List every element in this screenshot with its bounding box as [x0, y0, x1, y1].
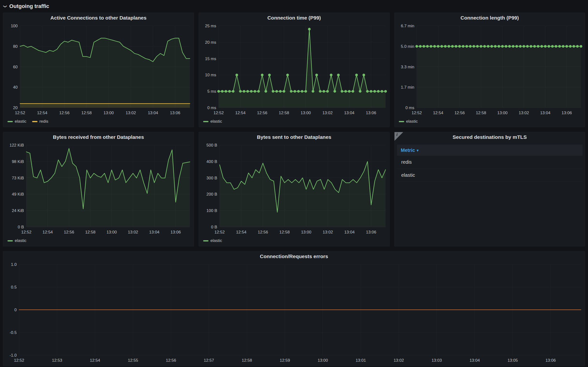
x-tick-label: 12:55: [128, 358, 138, 363]
legend-label: elastic: [210, 238, 222, 243]
caret-down-icon: ▾: [417, 149, 419, 152]
chart-bytes-received[interactable]: 12:5212:5412:5612:5813:0013:0213:0413:06…: [3, 142, 194, 238]
x-tick-label: 13:02: [393, 358, 404, 363]
x-tick-label: 13:00: [497, 111, 508, 115]
x-tick-label: 12:58: [476, 111, 486, 115]
point-marker: [247, 90, 249, 93]
point-marker: [519, 45, 521, 48]
y-tick-label: -1.0: [10, 353, 17, 358]
y-tick-label: 5.0 min: [401, 44, 414, 49]
point-marker: [228, 90, 231, 93]
point-marker: [526, 45, 529, 48]
x-tick-label: 13:00: [103, 111, 114, 115]
legend: elastic: [3, 238, 194, 246]
point-marker: [430, 45, 432, 48]
y-tick-label: 0: [15, 308, 17, 312]
point-marker: [455, 45, 457, 48]
point-marker: [469, 45, 472, 48]
point-marker: [444, 45, 447, 48]
point-marker: [522, 45, 525, 48]
x-tick-label: 13:06: [366, 111, 376, 115]
chart-connection-time[interactable]: 12:5212:5412:5612:5813:0013:0213:0413:06…: [199, 23, 389, 118]
panel-title[interactable]: Secured destinations by mTLS: [394, 132, 585, 142]
chart-connection-length[interactable]: 12:5212:5412:5612:5813:0013:0213:0413:06…: [394, 23, 585, 118]
point-marker: [466, 45, 468, 48]
point-marker: [384, 90, 387, 93]
point-marker: [381, 90, 383, 93]
panel-title[interactable]: Connection/Requests errors: [3, 251, 585, 261]
point-marker: [250, 90, 253, 93]
legend-item-elastic[interactable]: elastic: [8, 238, 26, 243]
x-tick-label: 13:02: [323, 230, 333, 234]
table-column-metric[interactable]: Metric ▾: [401, 148, 418, 153]
y-tick-label: 1.0: [11, 262, 17, 267]
panel-title[interactable]: Bytes received from other Dataplanes: [3, 132, 194, 142]
point-marker: [272, 90, 274, 93]
point-marker: [426, 45, 429, 48]
chart-connection-errors[interactable]: 12:5212:5312:5412:5512:5612:5712:5812:59…: [3, 261, 585, 366]
panel-row-3: Connection/Requests errors 12:5212:5312:…: [3, 251, 585, 366]
legend-item-redis[interactable]: redis: [32, 119, 48, 124]
panel-title[interactable]: Connection length (P99): [394, 13, 585, 23]
point-marker: [301, 90, 303, 93]
x-tick-label: 12:56: [64, 230, 74, 234]
legend-item-elastic[interactable]: elastic: [8, 119, 26, 124]
x-tick-label: 12:52: [14, 358, 24, 363]
point-marker: [359, 90, 361, 93]
x-tick-label: 13:04: [344, 111, 355, 115]
point-marker: [416, 45, 418, 48]
point-marker: [261, 74, 264, 76]
point-marker: [217, 90, 220, 93]
legend-swatch: [203, 121, 208, 122]
point-marker: [366, 90, 369, 93]
panel-title[interactable]: Active Connections to other Dataplanes: [3, 13, 194, 23]
series-line-elastic: [219, 29, 385, 92]
x-tick-label: 12:54: [235, 111, 246, 115]
point-marker: [473, 45, 475, 48]
legend: elastic: [199, 118, 389, 127]
point-marker: [304, 90, 307, 93]
series-fill-elastic: [26, 149, 190, 227]
point-marker: [341, 90, 343, 93]
x-tick-label: 13:04: [344, 230, 355, 234]
x-tick-label: 12:56: [454, 111, 465, 115]
y-tick-label: 20 ms: [205, 40, 216, 45]
x-tick-label: 13:04: [470, 358, 480, 363]
legend-item-elastic[interactable]: elastic: [203, 119, 222, 124]
point-marker: [572, 45, 575, 48]
legend-swatch: [399, 121, 404, 122]
point-marker: [558, 45, 561, 48]
panel-connection-errors: Connection/Requests errors 12:5212:5312:…: [3, 251, 585, 366]
panel-title[interactable]: Connection time (P99): [199, 13, 389, 23]
legend-label: redis: [39, 119, 48, 124]
legend-item-elastic[interactable]: elastic: [399, 119, 418, 124]
x-tick-label: 12:56: [257, 111, 267, 115]
point-marker: [312, 90, 314, 93]
series-fill-elastic: [417, 46, 581, 108]
chart-active-connections[interactable]: 12:5212:5412:5612:5813:0013:0213:0413:06…: [3, 23, 194, 118]
point-marker: [355, 74, 358, 76]
y-tick-label: 24 KiB: [12, 208, 24, 213]
point-marker: [476, 45, 479, 48]
point-marker: [268, 74, 271, 76]
x-tick-label: 12:59: [280, 358, 290, 363]
y-tick-label: 100 B: [206, 208, 217, 213]
y-tick-label: 300 B: [206, 176, 217, 180]
section-outgoing-traffic[interactable]: ❯ Outgoing traffic: [0, 0, 588, 13]
point-marker: [494, 45, 497, 48]
x-tick-label: 12:57: [204, 358, 214, 363]
panel-title[interactable]: Bytes sent to other Dataplanes: [199, 132, 389, 142]
x-tick-label: 13:06: [545, 358, 556, 363]
point-marker: [537, 45, 539, 48]
chart-bytes-sent[interactable]: 12:5212:5412:5612:5813:0013:0213:0413:06…: [199, 142, 389, 238]
point-marker: [275, 90, 278, 93]
y-tick-label: 5 ms: [207, 89, 216, 94]
panel-row-2: Bytes received from other Dataplanes 12:…: [3, 132, 585, 247]
y-tick-label: 49 KiB: [12, 192, 24, 197]
point-marker: [433, 45, 436, 48]
legend-item-elastic[interactable]: elastic: [203, 238, 222, 243]
y-tick-label: 100: [11, 24, 18, 28]
y-tick-label: 15 ms: [205, 57, 216, 61]
x-tick-label: 13:06: [170, 111, 180, 115]
x-tick-label: 12:58: [85, 230, 96, 234]
